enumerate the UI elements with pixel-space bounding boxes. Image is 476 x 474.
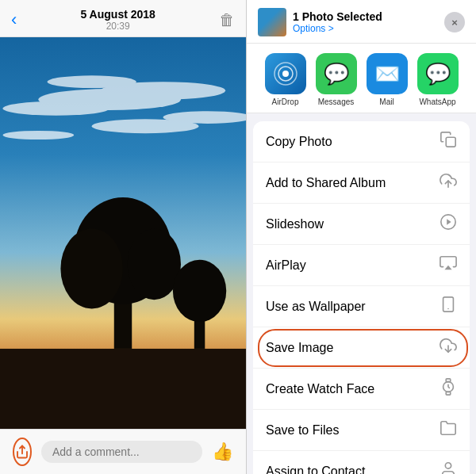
airplay-icon (440, 254, 457, 276)
svg-point-12 (128, 228, 181, 300)
app-item-whatsapp[interactable]: 💬 WhatsApp (417, 53, 459, 106)
share-button[interactable] (13, 438, 32, 466)
save-to-files-label: Save to Files (266, 423, 339, 438)
save-image-item[interactable]: Save Image (253, 327, 470, 369)
svg-rect-29 (446, 392, 451, 395)
create-watch-face-icon (440, 378, 457, 399)
messages-label: Messages (318, 97, 355, 106)
add-shared-album-item[interactable]: Add to Shared Album (253, 162, 470, 204)
airplay-label: AirPlay (266, 258, 306, 273)
svg-marker-23 (444, 266, 451, 270)
svg-point-6 (92, 119, 199, 133)
airdrop-label: AirDrop (272, 97, 299, 106)
sheet-title-block: 1 Photo Selected Options > (293, 10, 382, 34)
assign-to-contact-icon (440, 461, 457, 474)
selected-count-label: 1 Photo Selected (293, 10, 382, 23)
svg-rect-28 (446, 379, 451, 382)
photo-time: 20:39 (80, 21, 155, 32)
svg-point-5 (2, 131, 74, 140)
create-watch-face-label: Create Watch Face (266, 382, 374, 396)
svg-rect-8 (0, 349, 246, 429)
save-image-label: Save Image (266, 341, 333, 355)
photo-date: 5 August 2018 (80, 8, 155, 21)
app-item-mail[interactable]: ✉️ Mail (367, 53, 408, 106)
photo-date-block: 5 August 2018 20:39 (80, 8, 155, 32)
svg-point-18 (282, 71, 289, 77)
slideshow-icon (440, 213, 457, 235)
create-watch-face-item[interactable]: Create Watch Face (253, 369, 470, 410)
whatsapp-label: WhatsApp (419, 97, 455, 106)
assign-to-contact-item[interactable]: Assign to Contact (253, 451, 470, 474)
svg-point-14 (173, 260, 226, 323)
add-shared-album-icon (440, 172, 457, 193)
options-link[interactable]: Options > (293, 23, 382, 34)
airplay-item[interactable]: AirPlay (253, 245, 470, 286)
copy-photo-label: Copy Photo (266, 135, 332, 149)
whatsapp-icon: 💬 (417, 53, 459, 94)
app-item-messages[interactable]: 💬 Messages (316, 53, 357, 106)
svg-marker-22 (447, 219, 451, 224)
selected-photo-thumb (258, 8, 286, 36)
slideshow-item[interactable]: Slideshow (253, 204, 470, 245)
photo-image (0, 37, 246, 429)
action-group-1: Copy Photo Add to Shared Album (253, 121, 470, 474)
app-share-row: AirDrop 💬 Messages ✉️ Mail 💬 WhatsApp (247, 44, 476, 113)
action-list: Copy Photo Add to Shared Album (247, 113, 476, 474)
use-as-wallpaper-item[interactable]: Use as Wallpaper (253, 286, 470, 327)
airdrop-icon (265, 53, 306, 94)
svg-point-30 (445, 463, 451, 468)
save-to-files-item[interactable]: Save to Files (253, 410, 470, 451)
app-item-airdrop[interactable]: AirDrop (265, 53, 306, 106)
comment-input[interactable] (41, 441, 202, 463)
close-sheet-button[interactable]: × (444, 12, 465, 32)
assign-to-contact-label: Assign to Contact (266, 464, 365, 475)
mail-label: Mail (379, 97, 393, 106)
save-image-icon (440, 337, 457, 358)
save-to-files-icon (440, 419, 457, 441)
svg-rect-19 (446, 137, 455, 147)
photo-viewer-panel: ‹ 5 August 2018 20:39 🗑 (0, 0, 246, 474)
add-shared-album-label: Add to Shared Album (266, 176, 386, 190)
svg-point-11 (60, 228, 123, 308)
share-sheet: 1 Photo Selected Options > × AirDrop 💬 M… (246, 0, 476, 474)
photo-footer: 👍 (0, 429, 246, 474)
messages-icon: 💬 (316, 53, 357, 94)
back-button[interactable]: ‹ (11, 11, 17, 29)
like-button[interactable]: 👍 (212, 442, 233, 462)
mail-icon: ✉️ (367, 53, 408, 94)
share-sheet-header: 1 Photo Selected Options > × (247, 0, 476, 44)
copy-photo-icon (440, 131, 457, 152)
svg-rect-24 (443, 297, 454, 312)
sheet-header-info: 1 Photo Selected Options > (258, 8, 382, 36)
svg-point-7 (48, 75, 136, 88)
use-as-wallpaper-icon (440, 296, 457, 317)
delete-button[interactable]: 🗑 (219, 11, 235, 29)
copy-photo-item[interactable]: Copy Photo (253, 121, 470, 162)
use-as-wallpaper-label: Use as Wallpaper (266, 300, 366, 314)
slideshow-label: Slideshow (266, 217, 324, 231)
photo-header: ‹ 5 August 2018 20:39 🗑 (0, 0, 246, 37)
